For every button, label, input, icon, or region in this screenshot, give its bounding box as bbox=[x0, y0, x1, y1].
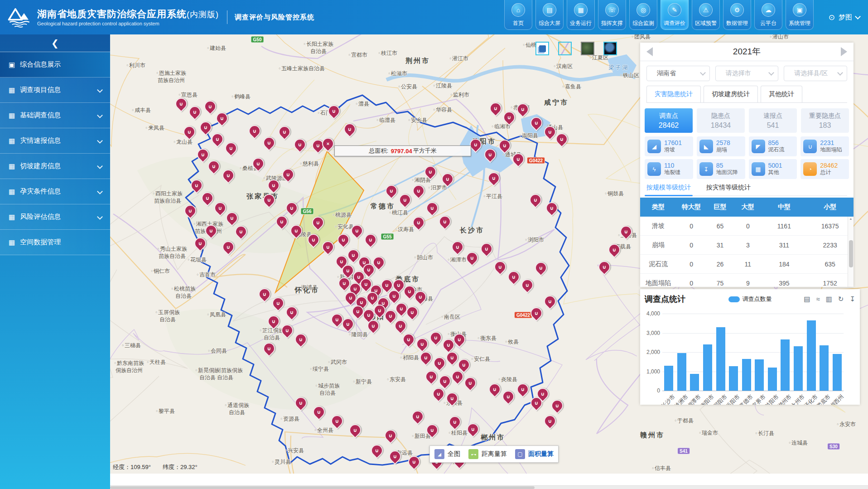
street-map-thumb[interactable] bbox=[558, 42, 572, 55]
nav-icon: ⚠ bbox=[699, 3, 713, 17]
scrollbar-thumb[interactable] bbox=[849, 240, 853, 267]
nav-tab-综合监测[interactable]: ◎综合监测 bbox=[629, 0, 657, 30]
map-tool-全图[interactable]: ◢全图 bbox=[434, 449, 460, 459]
map-tool-label: 距离量算 bbox=[482, 450, 507, 458]
tab-灾害隐患统计[interactable]: 灾害隐患统计 bbox=[646, 86, 701, 102]
sidebar-collapse-button[interactable]: ❮ bbox=[0, 34, 110, 52]
line-chart-icon[interactable]: ≈ bbox=[816, 295, 820, 303]
refresh-icon[interactable]: ↻ bbox=[838, 295, 844, 303]
map-tool-面积量算[interactable]: ▢面积量算 bbox=[515, 449, 554, 459]
summary-card-重要隐患点[interactable]: 重要隐患点183 bbox=[801, 108, 849, 133]
hazard-card-泥石流[interactable]: ◤856泥石流 bbox=[749, 136, 797, 156]
column-header: 中型 bbox=[762, 203, 806, 211]
nav-tab-数据管理[interactable]: ⚙数据管理 bbox=[723, 0, 751, 30]
download-icon[interactable]: ↧ bbox=[849, 295, 855, 303]
泥石流-icon: ◤ bbox=[752, 140, 765, 153]
sidebar-item-基础调查信息[interactable]: ▦基础调查信息 bbox=[0, 103, 110, 128]
hazard-card-总计[interactable]: ◔28462总计 bbox=[800, 159, 849, 179]
summary-card-隐患点[interactable]: 隐患点18434 bbox=[697, 108, 745, 133]
summary-card-调查点[interactable]: 调查点28462 bbox=[645, 108, 693, 133]
nav-tab-系统管理[interactable]: ▣系统管理 bbox=[786, 0, 814, 30]
subtab-按灾情等级统计[interactable]: 按灾情等级统计 bbox=[706, 184, 751, 195]
sidebar-item-风险评估信息[interactable]: ▦风险评估信息 bbox=[0, 204, 110, 230]
landslide-glyph: ∪ bbox=[545, 416, 555, 426]
nav-label: 综合大屏 bbox=[539, 19, 560, 27]
bar-怀化市[interactable] bbox=[807, 320, 816, 391]
bar-常德市[interactable] bbox=[742, 359, 751, 391]
nav-tab-区域预警[interactable]: ⚠区域预警 bbox=[692, 0, 720, 30]
hazard-card-地面沉降[interactable]: ↧85地面沉降 bbox=[697, 159, 745, 179]
nav-tab-综合大屏[interactable]: ▤综合大屏 bbox=[535, 0, 564, 30]
sidebar-item-空间数据管理[interactable]: ▦空间数据管理 bbox=[0, 230, 110, 255]
bar-长沙市[interactable] bbox=[664, 366, 673, 391]
eye-icon[interactable]: ⊙ bbox=[829, 13, 835, 22]
bar-岳阳市[interactable] bbox=[729, 366, 738, 391]
nav-tab-指挥支撑[interactable]: ☏指挥支撑 bbox=[598, 0, 626, 30]
bar-永州市[interactable] bbox=[794, 346, 803, 391]
bar-邵阳市[interactable] bbox=[716, 327, 725, 391]
崩塌-icon: ◣ bbox=[699, 140, 713, 153]
bar-娄底市[interactable] bbox=[820, 345, 829, 391]
table-row[interactable]: 滑坡0650116116375 bbox=[640, 217, 854, 236]
map-tool-距离量算[interactable]: ●─●距离量算 bbox=[468, 449, 507, 459]
hscroll-thumb[interactable] bbox=[110, 486, 535, 489]
nav-tab-业务运行[interactable]: ▦业务运行 bbox=[567, 0, 595, 30]
sidebar: ❮ ▣综合信息展示▦调查项目信息▦基础调查信息▦灾情速报信息▦切坡建房信息▦孕灾… bbox=[0, 34, 110, 489]
bar-chart-icon[interactable]: ▥ bbox=[826, 295, 832, 303]
prev-year-button[interactable] bbox=[646, 47, 653, 56]
bar-衡阳市[interactable] bbox=[703, 344, 712, 391]
地裂缝-icon: ϟ bbox=[647, 162, 661, 176]
landslide-glyph: ∪ bbox=[500, 140, 510, 150]
card-label: 重要隐患点 bbox=[809, 112, 841, 120]
landslide-glyph: ∪ bbox=[465, 378, 475, 388]
table-row[interactable]: 泥石流02611184635 bbox=[640, 255, 854, 274]
next-year-button[interactable] bbox=[841, 47, 847, 56]
subtab-按规模等级统计[interactable]: 按规模等级统计 bbox=[646, 184, 691, 195]
longitude-value: 经度：109.59° bbox=[113, 463, 151, 471]
summary-card-速报点[interactable]: 速报点541 bbox=[749, 108, 797, 133]
region-select-0[interactable]: 湖南省 bbox=[646, 66, 710, 81]
column-header: 类型 bbox=[640, 203, 676, 211]
data-view-icon[interactable]: ▤ bbox=[804, 295, 810, 303]
sidebar-item-灾情速报信息[interactable]: ▦灾情速报信息 bbox=[0, 128, 110, 154]
hazard-card-地裂缝[interactable]: ϟ110地裂缝 bbox=[645, 159, 693, 179]
gridline bbox=[662, 352, 844, 353]
nav-tab-云平台[interactable]: ☁云平台 bbox=[754, 0, 782, 30]
sidebar-item-综合信息展示[interactable]: ▣综合信息展示 bbox=[0, 52, 110, 77]
scroll-up-icon[interactable]: ▲ bbox=[849, 217, 853, 220]
horizontal-scrollbar[interactable] bbox=[110, 485, 868, 489]
nav-icon: ▤ bbox=[543, 3, 556, 17]
hazard-card-滑坡[interactable]: ◢17601滑坡 bbox=[645, 136, 693, 156]
tab-切坡建房统计[interactable]: 切坡建房统计 bbox=[704, 86, 758, 102]
bar-湘西州[interactable] bbox=[833, 354, 842, 391]
sidebar-item-调查项目信息[interactable]: ▦调查项目信息 bbox=[0, 77, 110, 103]
user-menu[interactable]: ⊙ 梦图 bbox=[829, 0, 860, 34]
tab-其他统计[interactable]: 其他统计 bbox=[761, 86, 802, 102]
region-select-1[interactable]: 请选择市 bbox=[715, 66, 779, 81]
nav-tab-首页[interactable]: ⌂首页 bbox=[504, 0, 532, 30]
region-select-2[interactable]: 请选择县/区 bbox=[784, 66, 847, 81]
logo: 湖南省地质灾害防治综合应用系统(内测版) Geological hazard p… bbox=[6, 6, 219, 28]
chart-legend[interactable]: 调查点数量 bbox=[728, 295, 772, 303]
bar-益阳市[interactable] bbox=[768, 368, 777, 391]
table-row[interactable]: 地面塌陷07593951752 bbox=[640, 274, 854, 287]
table-row[interactable]: 崩塌03133112233 bbox=[640, 236, 854, 255]
nav-tab-调查评价[interactable]: ✎调查评价 bbox=[661, 0, 689, 30]
globe-thumb[interactable] bbox=[603, 42, 617, 55]
sidebar-item-切坡建房信息[interactable]: ▦切坡建房信息 bbox=[0, 154, 110, 179]
landslide-glyph: ∪ bbox=[390, 451, 400, 461]
landslide-glyph: ∪ bbox=[205, 102, 215, 111]
bar-郴州市[interactable] bbox=[781, 339, 790, 391]
hazard-card-崩塌[interactable]: ◣2578崩塌 bbox=[697, 136, 745, 156]
bar-湘潭市[interactable] bbox=[690, 374, 699, 391]
bar-张家界市[interactable] bbox=[755, 359, 764, 391]
sidebar-item-孕灾条件信息[interactable]: ▦孕灾条件信息 bbox=[0, 179, 110, 204]
landslide-glyph: ∪ bbox=[253, 159, 263, 169]
satellite-thumb[interactable] bbox=[581, 42, 594, 55]
table-scrollbar[interactable]: ▲ ▼ bbox=[848, 217, 854, 287]
chevron-down-icon bbox=[855, 14, 861, 19]
bar-株洲市[interactable] bbox=[677, 353, 686, 391]
hazard-card-地面塌陷[interactable]: ∪2231地面塌陷 bbox=[800, 136, 849, 156]
hazard-card-其他[interactable]: ▦5001其他 bbox=[749, 159, 797, 179]
layers-button[interactable] bbox=[535, 42, 549, 55]
